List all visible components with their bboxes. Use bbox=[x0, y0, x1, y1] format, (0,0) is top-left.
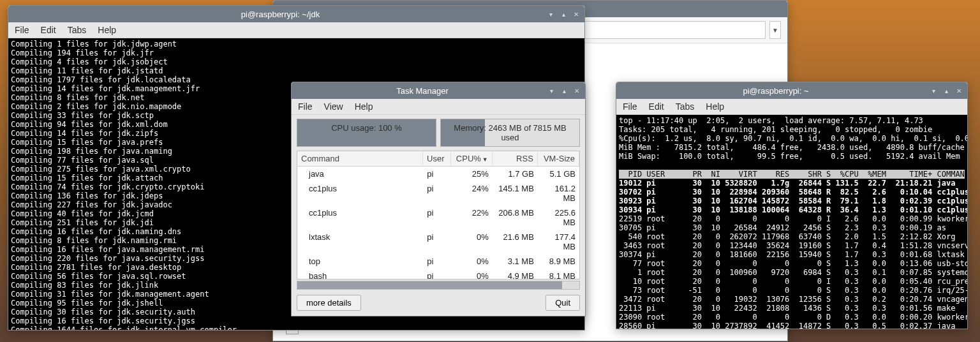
cell-user: pi bbox=[423, 269, 450, 279]
cell-user: pi bbox=[423, 230, 450, 254]
tm-titlebar[interactable]: Task Manager ▾ ▴ ✕ bbox=[292, 82, 585, 99]
cell-command: cc1plus bbox=[297, 205, 423, 230]
top-process-row: 73 root -51 0 0 0 0 S 0.3 0.0 0:20.76 ir… bbox=[619, 286, 965, 295]
top-process-row: 3463 root 20 0 123440 35624 19160 S 1.7 … bbox=[619, 241, 965, 250]
top-process-row: 30705 pi 30 10 26584 24912 2456 S 2.3 0.… bbox=[619, 223, 965, 232]
terminal-line: Compiling 11 files for jdk.jstatd bbox=[11, 66, 582, 75]
menu-help[interactable]: Help bbox=[355, 101, 373, 112]
top-header: PID USER PR NI VIRT RES SHR S %CPU %MEM … bbox=[619, 170, 965, 179]
cell-cpu: 0% bbox=[451, 230, 493, 254]
tm-process-row[interactable]: bashpi0%4.9 MB8.1 MB bbox=[297, 269, 579, 279]
tm-process-row[interactable]: lxtaskpi0%21.6 MB177.4 MB bbox=[297, 230, 579, 254]
tm-process-row[interactable]: cc1pluspi24%145.1 MB161.2 MB bbox=[297, 181, 579, 205]
menu-tabs[interactable]: Tabs bbox=[676, 101, 695, 112]
terminal2-body[interactable]: top - 11:17:40 up 2:05, 2 users, load av… bbox=[616, 115, 967, 329]
top-process-row: 3472 root 20 0 19032 13076 12356 S 0.3 0… bbox=[619, 295, 965, 304]
tm-process-row[interactable]: toppi0%3.1 MB8.9 MB bbox=[297, 254, 579, 269]
sort-desc-icon: ▼ bbox=[482, 156, 488, 163]
terminal2-title: pi@raspberrypi: ~ bbox=[623, 86, 929, 96]
cell-rss: 1.7 GB bbox=[493, 167, 538, 181]
col-command[interactable]: Command bbox=[297, 151, 423, 166]
terminal-line: Compiling 194 files for jdk.jfr bbox=[11, 48, 582, 57]
top-process-row: 1 root 20 0 100960 9720 6984 S 0.3 0.1 0… bbox=[619, 268, 965, 277]
minimize-icon[interactable]: ▾ bbox=[929, 86, 938, 95]
tm-cpu-bar: CPU usage: 100 % bbox=[297, 119, 436, 147]
tm-hscrollbar[interactable] bbox=[297, 281, 580, 290]
cell-command: lxtask bbox=[297, 230, 423, 254]
menu-file[interactable]: File bbox=[623, 101, 637, 112]
cell-command: java bbox=[297, 167, 423, 181]
menu-file[interactable]: File bbox=[298, 101, 313, 112]
menu-view[interactable]: View bbox=[324, 101, 343, 112]
close-icon[interactable]: ✕ bbox=[954, 86, 963, 95]
cell-user: pi bbox=[423, 254, 450, 269]
top-process-row: 540 root 20 0 262072 117968 63740 S 2.0 … bbox=[619, 232, 965, 241]
minimize-icon[interactable]: ▾ bbox=[547, 86, 556, 95]
menu-tabs[interactable]: Tabs bbox=[68, 25, 87, 35]
top-process-row: 30934 pi 30 10 138188 100064 64328 R 36.… bbox=[619, 205, 965, 214]
col-cpu[interactable]: CPU%▼ bbox=[451, 151, 493, 166]
cell-rss: 4.9 MB bbox=[493, 269, 538, 279]
close-icon[interactable]: ✕ bbox=[572, 86, 581, 95]
terminal-line: Compiling 16 files for jdk.security.jgss bbox=[11, 316, 582, 325]
terminal1-title: pi@raspberrypi: ~/jdk bbox=[15, 10, 546, 19]
scrollbar-thumb[interactable] bbox=[297, 281, 562, 289]
cell-rss: 21.6 MB bbox=[493, 230, 538, 254]
menu-edit[interactable]: Edit bbox=[649, 101, 664, 112]
cell-user: pi bbox=[423, 167, 450, 181]
cell-rss: 145.1 MB bbox=[493, 181, 538, 205]
terminal2-titlebar[interactable]: pi@raspberrypi: ~ ▾ ▴ ✕ bbox=[616, 82, 967, 99]
quit-button[interactable]: Quit bbox=[546, 295, 580, 311]
cell-vm: 5.1 GB bbox=[538, 167, 579, 181]
cell-rss: 206.8 MB bbox=[493, 205, 538, 230]
maximize-icon[interactable]: ▴ bbox=[559, 10, 568, 19]
top-process-row: 22519 root 20 0 0 0 0 I 2.6 0.0 0:00.99 … bbox=[619, 214, 965, 223]
tm-process-row[interactable]: javapi25%1.7 GB5.1 GB bbox=[297, 167, 579, 181]
tm-mem-bar: Memory: 2463 MB of 7815 MB used bbox=[440, 119, 580, 147]
cell-command: bash bbox=[297, 269, 423, 279]
terminal2-window[interactable]: pi@raspberrypi: ~ ▾ ▴ ✕ File Edit Tabs H… bbox=[616, 82, 968, 329]
terminal1-titlebar[interactable]: pi@raspberrypi: ~/jdk ▾ ▴ ✕ bbox=[8, 6, 584, 22]
close-icon[interactable]: ✕ bbox=[572, 10, 581, 19]
menu-file[interactable]: File bbox=[15, 25, 29, 35]
maximize-icon[interactable]: ▴ bbox=[942, 86, 951, 95]
task-manager-window[interactable]: Task Manager ▾ ▴ ✕ File View Help CPU us… bbox=[291, 82, 586, 316]
tm-menubar: File View Help bbox=[292, 99, 585, 115]
cell-user: pi bbox=[423, 181, 450, 205]
col-rss[interactable]: RSS bbox=[493, 151, 538, 166]
col-vm[interactable]: VM-Size bbox=[538, 151, 579, 166]
cell-vm: 177.4 MB bbox=[538, 230, 579, 254]
cell-cpu: 0% bbox=[451, 254, 493, 269]
terminal1-menubar: File Edit Tabs Help bbox=[8, 22, 584, 38]
menu-help[interactable]: Help bbox=[706, 101, 724, 112]
cell-vm: 161.2 MB bbox=[538, 181, 579, 205]
minimize-icon[interactable]: ▾ bbox=[546, 10, 555, 19]
fm-address-dropdown[interactable]: ▼ bbox=[769, 21, 781, 39]
col-user[interactable]: User bbox=[423, 151, 451, 166]
top-summary-line: top - 11:17:40 up 2:05, 2 users, load av… bbox=[619, 116, 965, 125]
menu-edit[interactable]: Edit bbox=[41, 25, 56, 35]
cell-command: top bbox=[297, 254, 423, 269]
cell-vm: 225.6 MB bbox=[538, 205, 579, 230]
terminal-line: Compiling 1644 files for jdk.internal.vm… bbox=[11, 325, 582, 330]
cell-cpu: 22% bbox=[451, 205, 493, 230]
cell-cpu: 24% bbox=[451, 181, 493, 205]
more-details-button[interactable]: more details bbox=[297, 295, 361, 311]
top-process-row: 23090 root 20 0 0 0 0 D 0.3 0.0 0:00.20 … bbox=[619, 313, 965, 322]
menu-help[interactable]: Help bbox=[98, 25, 116, 35]
tm-process-table: Command User CPU%▼ RSS VM-Size javapi25%… bbox=[297, 151, 580, 279]
cell-vm: 8.1 MB bbox=[538, 269, 579, 279]
cell-user: pi bbox=[423, 205, 450, 230]
cell-rss: 3.1 MB bbox=[493, 254, 538, 269]
cell-cpu: 25% bbox=[451, 167, 493, 181]
terminal2-menubar: File Edit Tabs Help bbox=[616, 99, 967, 115]
top-process-row: 22113 pi 30 10 22432 21808 1436 S 0.3 0.… bbox=[619, 304, 965, 313]
top-summary-line: %Cpu(s): 1.2 us, 8.0 sy, 90.7 ni, 0.1 id… bbox=[619, 134, 965, 143]
top-process-row: 77 root 20 0 0 0 0 S 1.3 0.0 0:13.06 usb… bbox=[619, 259, 965, 268]
top-summary-line: MiB Swap: 100.0 total, 99.5 free, 0.5 us… bbox=[619, 152, 965, 161]
top-process-row: 30923 pi 30 10 162704 145872 58584 R 79.… bbox=[619, 197, 965, 205]
cell-cpu: 0% bbox=[451, 269, 493, 279]
maximize-icon[interactable]: ▴ bbox=[560, 86, 568, 95]
tm-process-row[interactable]: cc1pluspi22%206.8 MB225.6 MB bbox=[297, 205, 579, 230]
top-process-row: 10 root 20 0 0 0 0 I 0.3 0.0 0:05.40 rcu… bbox=[619, 277, 965, 286]
